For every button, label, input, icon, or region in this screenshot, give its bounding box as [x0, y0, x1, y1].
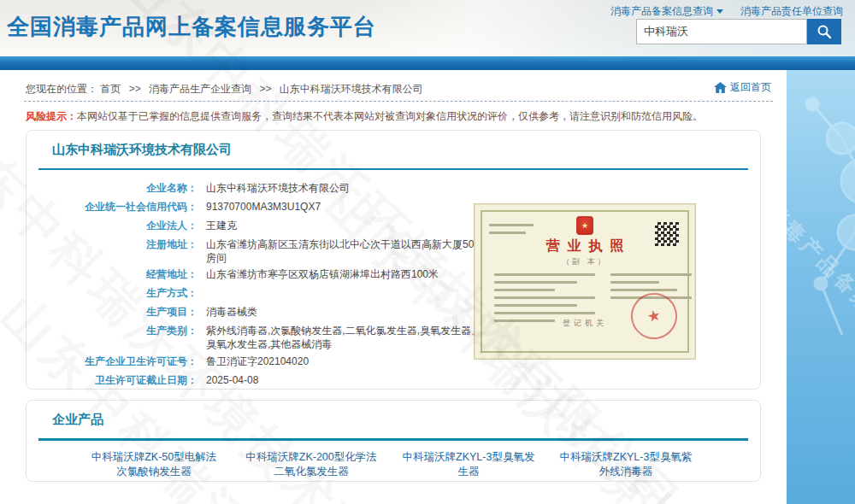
field-label: 生产类别：: [27, 324, 198, 337]
search-input[interactable]: [636, 19, 807, 44]
nav-bar: [0, 56, 855, 70]
back-home-label: 返回首页: [730, 80, 771, 95]
site-title: 全国消毒产品网上备案信息服务平台: [7, 12, 376, 42]
breadcrumb-query-link[interactable]: 消毒产品生产企业查询: [149, 83, 251, 95]
license-text-bar: [494, 312, 595, 314]
field-value: 鲁卫消证字202104020: [206, 355, 488, 368]
search-bar: [636, 19, 841, 44]
breadcrumb-separator: >>: [129, 83, 141, 95]
license-frame: ★ 营业执照 （副 本）: [481, 210, 689, 353]
license-title: 营业执照: [482, 237, 687, 255]
field-row-hygiene-license-no: 生产企业卫生许可证号： 鲁卫消证字202104020: [27, 352, 505, 371]
field-row-license-expiry: 卫生许可证截止日期： 2025-04-08: [27, 371, 505, 390]
field-label: 企业法人：: [27, 219, 198, 232]
breadcrumb-home-link[interactable]: 首页: [100, 83, 121, 95]
top-nav: 消毒产品备案信息查询 消毒产品责任单位查询: [610, 4, 843, 19]
nav-link-label: 消毒产品责任单位查询: [740, 4, 843, 19]
page: 全国消毒产品网上备案信息服务平台 消毒产品备案信息查询 消毒产品责任单位查询: [0, 0, 855, 504]
field-row-production-item: 生产项目： 消毒器械类: [27, 302, 505, 321]
products-list: 中科瑞沃牌ZK-50型电解法次氯酸钠发生器 中科瑞沃牌ZK-200型化学法二氧化…: [86, 450, 693, 479]
field-value: 消毒器械类: [206, 305, 488, 319]
field-label: 卫生许可证截止日期：: [27, 373, 198, 387]
license-subtitle: （副 本）: [482, 256, 687, 267]
field-row-credit-code: 企业统一社会信用代码： 91370700MA3M3U1QX7: [27, 197, 505, 216]
chevron-down-icon: [716, 9, 723, 14]
products-title-rule: [38, 438, 748, 441]
license-text-bar: [494, 304, 577, 307]
company-fields: 企业名称： 山东中科瑞沃环境技术有限公司 企业统一社会信用代码： 9137070…: [27, 179, 505, 390]
nav-link-record-query[interactable]: 消毒产品备案信息查询: [610, 4, 723, 19]
field-label: 生产企业卫生许可证号：: [27, 355, 198, 368]
breadcrumb: 您现在的位置： 首页 >> 消毒产品生产企业查询 >> 山东中科瑞沃环境技术有限…: [26, 82, 423, 97]
breadcrumb-label: 您现在的位置：: [26, 83, 97, 95]
card-title-rule: [38, 168, 748, 170]
field-value: 紫外线消毒器,次氯酸钠发生器,二氧化氯发生器,臭氧发生器、臭氧水发生器,其他器械…: [206, 324, 488, 351]
risk-notice: 风险提示：本网站仅基于已掌握的信息提供查询服务，查询结果不代表本网站对被查询对象…: [26, 109, 703, 124]
products-section-title: 企业产品: [52, 412, 103, 428]
field-value: 2025-04-08: [206, 373, 488, 387]
field-label: 生产方式：: [27, 286, 198, 300]
product-link-zk200[interactable]: 中科瑞沃牌ZK-200型化学法二氧化氯发生器: [244, 450, 379, 479]
license-text-bar: [610, 281, 659, 284]
license-text-bar: [494, 281, 577, 284]
license-text-bar: [489, 231, 526, 234]
field-label: 注册地址：: [27, 237, 198, 251]
field-label: 企业统一社会信用代码：: [27, 200, 198, 214]
search-button[interactable]: [807, 19, 841, 44]
product-link-zkyl3-uv[interactable]: 中科瑞沃牌ZKYL-3型臭氧紫外线消毒器: [558, 450, 693, 479]
license-text-bar: [494, 296, 595, 299]
field-value: 山东省潍坊市寒亭区双杨店镇湖淋埠出村路西100米: [206, 267, 488, 281]
license-text-bar: [610, 273, 692, 276]
national-emblem-icon: ★: [576, 216, 593, 235]
field-row-company-name: 企业名称： 山东中科瑞沃环境技术有限公司: [27, 179, 505, 197]
field-label: 企业名称：: [27, 181, 198, 195]
site-header: 全国消毒产品网上备案信息服务平台 消毒产品备案信息查询 消毒产品责任单位查询: [0, 0, 855, 56]
field-row-legal-person: 企业法人： 王建克: [27, 216, 505, 235]
field-row-registered-address: 注册地址： 山东省潍坊高新区玉清东街以北中心次干道以西高新大厦502房间: [27, 235, 505, 265]
nav-link-unit-query[interactable]: 消毒产品责任单位查询: [740, 4, 843, 19]
field-row-production-mode: 生产方式：: [27, 284, 505, 302]
field-value: 山东中科瑞沃环境技术有限公司: [206, 181, 488, 195]
back-home-link[interactable]: 返回首页: [714, 80, 771, 95]
nav-link-label: 消毒产品备案信息查询: [610, 4, 713, 19]
product-link-zkyl3-ozone[interactable]: 中科瑞沃牌ZKYL-3型臭氧发生器: [401, 450, 536, 479]
breadcrumb-current: 山东中科瑞沃环境技术有限公司: [280, 83, 423, 95]
license-text-bar: [494, 273, 595, 276]
risk-notice-label: 风险提示：: [26, 110, 77, 122]
field-label: 生产项目：: [27, 305, 198, 319]
product-link-zk50[interactable]: 中科瑞沃牌ZK-50型电解法次氯酸钠发生器: [86, 450, 221, 479]
business-license-image: ★ 营业执照 （副 本）: [474, 203, 696, 360]
company-name-title: 山东中科瑞沃环境技术有限公司: [52, 142, 232, 158]
main-content: 您现在的位置： 首页 >> 消毒产品生产企业查询 >> 山东中科瑞沃环境技术有限…: [0, 70, 787, 504]
home-icon: [714, 82, 727, 93]
right-decor-strip: 消毒产品备案信息服务平台: [787, 70, 855, 504]
field-row-business-address: 经营地址： 山东省潍坊市寒亭区双杨店镇湖淋埠出村路西100米: [27, 265, 505, 284]
license-text-bar: [610, 289, 677, 291]
license-text-bar: [494, 289, 555, 291]
company-products-card: 企业产品 中科瑞沃牌ZK-50型电解法次氯酸钠发生器 中科瑞沃牌ZK-200型化…: [26, 400, 761, 482]
breadcrumb-divider: [24, 101, 773, 102]
field-label: 经营地址：: [27, 267, 198, 281]
search-icon: [817, 24, 832, 39]
field-row-production-category: 生产类别： 紫外线消毒器,次氯酸钠发生器,二氧化氯发生器,臭氧发生器、臭氧水发生…: [27, 321, 505, 352]
company-info-card: 山东中科瑞沃环境技术有限公司 企业名称： 山东中科瑞沃环境技术有限公司 企业统一…: [26, 130, 761, 390]
license-text-bar: [489, 224, 534, 226]
breadcrumb-separator: >>: [259, 83, 271, 95]
field-value: 王建克: [206, 219, 488, 232]
field-value: 山东省潍坊高新区玉清东街以北中心次干道以西高新大厦502房间: [206, 237, 488, 265]
risk-notice-text: 本网站仅基于已掌握的信息提供查询服务，查询结果不代表本网站对被查询对象信用状况的…: [77, 110, 703, 122]
field-value: 91370700MA3M3U1QX7: [206, 200, 488, 214]
